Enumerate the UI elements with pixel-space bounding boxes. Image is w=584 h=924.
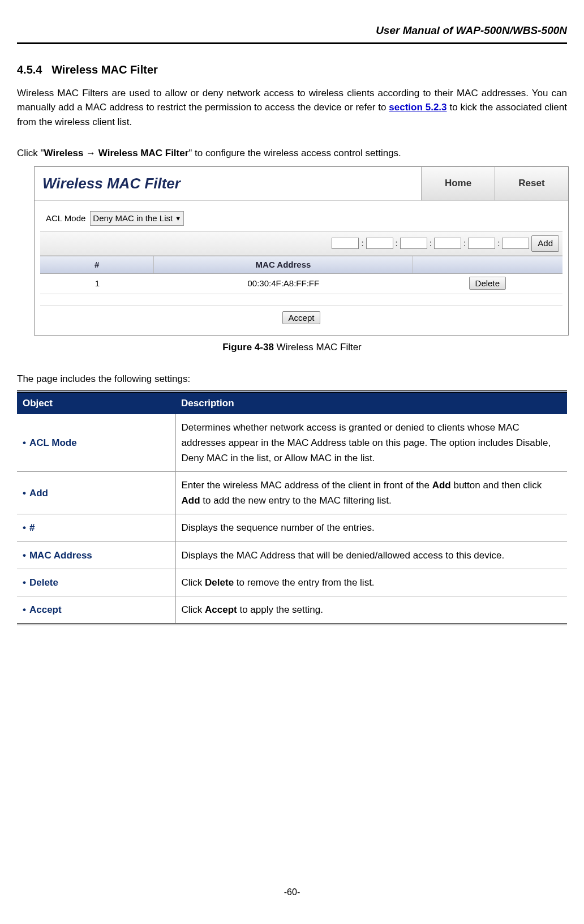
description-text: Displays the sequence number of the entr…: [182, 522, 375, 533]
mac-octet-input-4[interactable]: [434, 238, 461, 249]
column-header-action: [413, 256, 562, 274]
header-divider: [17, 42, 567, 44]
colon-sep: :: [361, 237, 363, 250]
click-text-part2: " to configure the wireless access contr…: [188, 148, 401, 158]
settings-object-cell: •#: [17, 514, 175, 541]
settings-object-cell: •MAC Address: [17, 541, 175, 569]
acl-mode-value: Deny MAC in the List: [93, 212, 173, 225]
description-bold-text: Delete: [205, 577, 234, 588]
settings-header-description: Description: [175, 392, 567, 414]
mac-octet-input-1[interactable]: [332, 238, 359, 249]
settings-table-row: •#Displays the sequence number of the en…: [17, 514, 567, 541]
settings-object-name: Delete: [29, 577, 58, 588]
settings-table-row: •MAC AddressDisplays the MAC Address tha…: [17, 541, 567, 569]
settings-description-cell: Click Accept to apply the setting.: [175, 596, 567, 625]
bullet-icon: •: [23, 488, 26, 498]
colon-sep: :: [497, 237, 500, 250]
acl-mode-select[interactable]: Deny MAC in the List ▼: [90, 211, 184, 226]
description-text: to remove the entry from the list.: [234, 577, 374, 588]
settings-object-cell: •Add: [17, 472, 175, 514]
mac-table-header: # MAC Address: [40, 256, 562, 274]
acl-mode-label: ACL Mode: [46, 212, 85, 225]
figure-number: Figure 4-38: [222, 342, 274, 353]
settings-object-name: Accept: [29, 604, 62, 615]
colon-sep: :: [396, 237, 398, 250]
navigation-instruction: Click "Wireless → Wireless MAC Filter" t…: [17, 146, 567, 161]
description-bold-text: Accept: [205, 604, 237, 615]
description-text: button and then click: [451, 480, 542, 491]
description-bold-text: Add: [182, 495, 200, 506]
description-text: Click: [182, 577, 205, 588]
add-button[interactable]: Add: [531, 235, 559, 252]
description-text: Click: [182, 604, 205, 615]
description-text: to apply the setting.: [237, 604, 323, 615]
reset-button[interactable]: Reset: [495, 167, 568, 200]
section-reference-link[interactable]: section 5.2.3: [389, 102, 446, 113]
description-text: Enter the wireless MAC address of the cl…: [182, 480, 432, 491]
row-number: 1: [40, 274, 154, 294]
settings-table-row: •AcceptClick Accept to apply the setting…: [17, 596, 567, 625]
home-button[interactable]: Home: [421, 167, 495, 200]
acl-mode-row: ACL Mode Deny MAC in the List ▼: [40, 211, 562, 226]
settings-description-cell: Displays the MAC Address that will be de…: [175, 541, 567, 569]
accept-button[interactable]: Accept: [282, 311, 321, 324]
settings-table-row: •DeleteClick Delete to remove the entry …: [17, 569, 567, 596]
figure-caption: Figure 4-38 Wireless MAC Filter: [17, 340, 567, 355]
settings-object-cell: •ACL Mode: [17, 414, 175, 472]
column-header-number: #: [40, 256, 154, 274]
settings-table-row: •ACL ModeDetermines whether network acce…: [17, 414, 567, 472]
row-mac-address: 00:30:4F:A8:FF:FF: [154, 274, 413, 294]
settings-table: Object Description •ACL ModeDetermines w…: [17, 390, 567, 625]
page-number: -60-: [17, 886, 567, 899]
column-header-mac: MAC Address: [154, 256, 413, 274]
figure-title: Wireless MAC Filter: [274, 342, 362, 353]
settings-description-cell: Click Delete to remove the entry from th…: [175, 569, 567, 596]
description-bold-text: Add: [432, 480, 451, 491]
colon-sep: :: [430, 237, 432, 250]
ui-screenshot-block: Wireless MAC Filter Home Reset ACL Mode …: [34, 166, 569, 336]
settings-header-object: Object: [17, 392, 175, 414]
bullet-icon: •: [23, 437, 26, 448]
settings-object-name: MAC Address: [29, 550, 92, 561]
settings-intro-text: The page includes the following settings…: [17, 372, 567, 386]
section-heading: 4.5.4 Wireless MAC Filter: [17, 61, 567, 78]
description-text: to add the new entry to the MAC filterin…: [200, 495, 392, 506]
accept-row: Accept: [40, 306, 562, 330]
mac-octet-input-6[interactable]: [502, 238, 529, 249]
intro-paragraph: Wireless MAC Filters are used to allow o…: [17, 86, 567, 130]
settings-object-name: ACL Mode: [29, 437, 77, 448]
row-action-cell: Delete: [413, 274, 562, 294]
document-header: User Manual of WAP-500N/WBS-500N: [17, 23, 567, 39]
settings-object-cell: •Accept: [17, 596, 175, 625]
ui-body: ACL Mode Deny MAC in the List ▼ : : : : …: [35, 201, 568, 336]
mac-table-row: 1 00:30:4F:A8:FF:FF Delete: [40, 274, 562, 294]
bullet-icon: •: [23, 604, 26, 615]
click-text-part1: Click ": [17, 148, 44, 158]
settings-object-name: #: [29, 522, 35, 533]
settings-table-row: •AddEnter the wireless MAC address of th…: [17, 472, 567, 514]
settings-description-cell: Enter the wireless MAC address of the cl…: [175, 472, 567, 514]
bullet-icon: •: [23, 577, 26, 588]
bullet-icon: •: [23, 550, 26, 561]
bullet-icon: •: [23, 522, 26, 533]
description-text: Displays the MAC Address that will be de…: [182, 550, 505, 561]
mac-entry-row: : : : : : Add: [40, 231, 562, 256]
click-path-bold: Wireless → Wireless MAC Filter: [44, 148, 189, 158]
mac-octet-input-5[interactable]: [468, 238, 495, 249]
description-text: Determines whether network access is gra…: [182, 422, 551, 463]
settings-description-cell: Displays the sequence number of the entr…: [175, 514, 567, 541]
section-title-text: Wireless MAC Filter: [51, 63, 158, 76]
mac-octet-input-3[interactable]: [400, 238, 427, 249]
ui-header-row: Wireless MAC Filter Home Reset: [35, 167, 568, 201]
settings-description-cell: Determines whether network access is gra…: [175, 414, 567, 472]
section-number: 4.5.4: [17, 63, 42, 76]
ui-page-title: Wireless MAC Filter: [35, 167, 421, 200]
settings-object-name: Add: [29, 488, 48, 498]
colon-sep: :: [463, 237, 466, 250]
settings-object-cell: •Delete: [17, 569, 175, 596]
delete-button[interactable]: Delete: [469, 277, 506, 290]
mac-octet-input-2[interactable]: [366, 238, 393, 249]
chevron-down-icon: ▼: [175, 214, 181, 224]
